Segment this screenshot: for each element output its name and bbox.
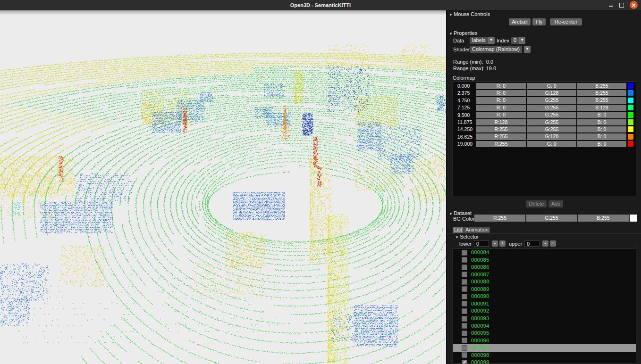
frame-checkbox[interactable] <box>462 331 467 336</box>
colormap-swatch[interactable] <box>628 83 633 89</box>
recenter-button[interactable]: Re-center <box>550 18 582 25</box>
colormap-swatch[interactable] <box>628 141 633 147</box>
frame-checkbox[interactable] <box>462 294 467 299</box>
add-button[interactable]: Add <box>548 200 563 207</box>
frame-checkbox[interactable] <box>462 345 467 351</box>
frame-list-item[interactable]: 000089 <box>453 286 636 293</box>
colormap-value[interactable]: 0.000 <box>455 83 472 89</box>
frame-list-item[interactable]: 000084 <box>453 249 636 256</box>
maximize-button[interactable] <box>616 0 627 10</box>
colormap-swatch[interactable] <box>628 119 633 125</box>
colormap-value[interactable]: 11.875 <box>455 119 472 125</box>
section-dataset[interactable]: Dataset <box>449 210 472 216</box>
lower-plus-button[interactable]: + <box>499 240 506 247</box>
frame-checkbox[interactable] <box>462 250 467 256</box>
frame-list-item[interactable]: 000090 <box>453 293 636 300</box>
colormap-value[interactable]: 19.000 <box>455 141 472 147</box>
arcball-button[interactable]: Arcball <box>509 18 531 25</box>
frame-list-item[interactable]: 000086 <box>453 264 636 271</box>
frame-checkbox[interactable] <box>462 265 467 270</box>
colormap-r-cell[interactable]: R: 0 <box>476 90 526 97</box>
colormap-g-cell[interactable]: G: 0 <box>527 83 576 90</box>
colormap-swatch[interactable] <box>628 134 633 140</box>
colormap-r-cell[interactable]: R: 0 <box>476 105 526 111</box>
colormap-value[interactable]: 16.625 <box>455 133 472 140</box>
index-dropdown[interactable]: 0 <box>511 37 525 44</box>
colormap-r-cell[interactable]: R:255 <box>476 126 526 133</box>
section-properties[interactable]: Properties <box>449 30 477 36</box>
colormap-g-cell[interactable]: G:255 <box>527 105 576 111</box>
bg-color-swatch[interactable] <box>630 215 637 222</box>
lower-input[interactable]: 0 <box>474 240 489 247</box>
colormap-r-cell[interactable]: R:128 <box>476 119 526 126</box>
bg-color-r[interactable]: R:255 <box>474 215 525 222</box>
frame-list-item[interactable]: 000087 <box>453 271 636 279</box>
colormap-r-cell[interactable]: R: 0 <box>476 83 526 90</box>
frame-list-item[interactable]: 000095 <box>453 330 636 337</box>
colormap-value[interactable]: 7.125 <box>455 104 472 111</box>
colormap-value[interactable]: 2.375 <box>455 90 472 96</box>
frame-checkbox[interactable] <box>462 338 467 343</box>
bg-color-b[interactable]: B:255 <box>578 215 629 222</box>
section-mouse-controls[interactable]: Mouse Controls <box>449 11 490 17</box>
colormap-value[interactable]: 4.750 <box>455 97 472 104</box>
lower-minus-button[interactable]: - <box>492 240 498 247</box>
frame-list-item[interactable]: 000085 <box>453 256 636 264</box>
colormap-swatch[interactable] <box>628 112 633 118</box>
tab-list[interactable]: List <box>453 227 464 233</box>
frame-checkbox[interactable] <box>462 272 467 277</box>
colormap-r-cell[interactable]: R:255 <box>476 141 526 148</box>
frame-list-item[interactable]: 000097 <box>453 344 636 352</box>
upper-input[interactable]: 0 <box>524 240 540 247</box>
frame-checkbox[interactable] <box>462 286 467 292</box>
upper-plus-button[interactable]: + <box>550 240 556 247</box>
frame-checkbox[interactable] <box>462 301 467 306</box>
tab-animation[interactable]: Animation <box>464 227 490 233</box>
frame-checkbox[interactable] <box>462 279 467 285</box>
colormap-swatch[interactable] <box>628 90 633 96</box>
frame-list-item[interactable]: 000099 <box>453 359 636 364</box>
colormap-b-cell[interactable]: B:255 <box>577 90 626 97</box>
colormap-r-cell[interactable]: R: 0 <box>476 97 526 104</box>
colormap-g-cell[interactable]: G:255 <box>527 119 576 126</box>
frame-list-item[interactable]: 000094 <box>453 323 636 330</box>
frame-checkbox[interactable] <box>462 308 467 314</box>
frame-list-item[interactable]: 000088 <box>453 278 636 286</box>
frame-checkbox[interactable] <box>462 352 467 358</box>
colormap-swatch[interactable] <box>628 98 633 103</box>
upper-minus-button[interactable]: - <box>542 240 548 247</box>
frame-list-item[interactable]: 000096 <box>453 337 636 345</box>
fly-button[interactable]: Fly <box>532 18 546 25</box>
frame-list-item[interactable]: 000093 <box>453 315 636 323</box>
colormap-value[interactable]: 14.250 <box>455 126 472 132</box>
minimize-button[interactable] <box>606 0 616 10</box>
colormap-g-cell[interactable]: G:128 <box>527 90 576 97</box>
colormap-g-cell[interactable]: G:255 <box>527 112 576 118</box>
close-button[interactable] <box>629 0 639 10</box>
delete-button[interactable]: Delete <box>526 200 547 207</box>
colormap-b-cell[interactable]: B: 0 <box>577 133 626 140</box>
colormap-swatch[interactable] <box>628 126 633 132</box>
colormap-b-cell[interactable]: B:255 <box>577 97 626 104</box>
colormap-g-cell[interactable]: G:128 <box>527 133 576 140</box>
pointcloud-viewport[interactable] <box>0 10 446 364</box>
frame-checkbox[interactable] <box>462 316 467 322</box>
colormap-g-cell[interactable]: G: 0 <box>527 141 576 148</box>
colormap-swatch[interactable] <box>628 105 633 110</box>
frame-checkbox[interactable] <box>462 323 467 329</box>
frame-list-item[interactable]: 000092 <box>453 307 636 315</box>
colormap-value[interactable]: 9.500 <box>455 112 472 118</box>
colormap-b-cell[interactable]: B:128 <box>577 105 626 111</box>
shader-dropdown[interactable]: Colormap (Rainbow) <box>470 46 531 53</box>
colormap-b-cell[interactable]: B: 0 <box>577 112 626 118</box>
frame-checkbox[interactable] <box>462 257 467 263</box>
colormap-r-cell[interactable]: R: 0 <box>476 112 526 118</box>
colormap-b-cell[interactable]: B: 0 <box>577 119 626 126</box>
colormap-b-cell[interactable]: B: 0 <box>577 141 626 148</box>
frame-checkbox[interactable] <box>462 360 467 364</box>
colormap-b-cell[interactable]: B:255 <box>577 83 626 90</box>
frame-list-item[interactable]: 000091 <box>453 300 636 308</box>
section-selector[interactable]: Selector <box>455 234 479 240</box>
data-dropdown[interactable]: labels <box>470 37 495 44</box>
colormap-g-cell[interactable]: G:255 <box>527 97 576 104</box>
